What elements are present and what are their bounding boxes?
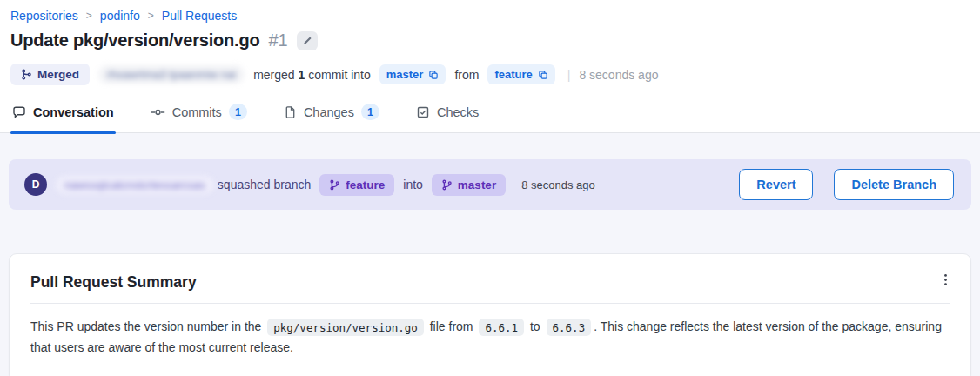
- divider: |: [567, 68, 571, 82]
- target-branch-label: master: [386, 68, 424, 81]
- target-branch-chip[interactable]: master: [379, 64, 446, 84]
- kebab-menu-icon: [939, 273, 952, 286]
- breadcrumb-podinfo[interactable]: podinfo: [100, 9, 140, 23]
- pull-request-summary-card: Pull Request Summary This PR updates the…: [9, 253, 971, 376]
- commit-icon: [151, 105, 165, 119]
- delete-branch-button[interactable]: Delete Branch: [834, 169, 954, 200]
- banner-action-text: squashed branch: [218, 178, 311, 191]
- pencil-icon: [302, 36, 312, 46]
- avatar[interactable]: D: [24, 173, 47, 196]
- merge-result-banner: D nawssqtcatcnstcrtessarcsas squashed br…: [9, 159, 971, 210]
- pr-tabs: Conversation Commits 1 Changes 1 Checks: [0, 102, 980, 133]
- banner-target-branch-label: master: [458, 178, 496, 191]
- revert-button[interactable]: Revert: [739, 169, 813, 200]
- pr-number: #1: [269, 30, 288, 50]
- changes-count-badge: 1: [361, 104, 379, 120]
- merge-action-post: commit into: [308, 68, 371, 82]
- breadcrumb-separator: >: [148, 10, 154, 22]
- code-old-version: 6.6.1: [479, 319, 524, 336]
- source-branch-chip[interactable]: feature: [487, 64, 554, 84]
- status-badge: Merged: [10, 64, 90, 85]
- tab-changes[interactable]: Changes 1: [282, 102, 381, 132]
- banner-author-redacted: nawssqtcatcnstcrtessarcsas: [56, 176, 214, 194]
- git-branch-icon: [329, 179, 340, 191]
- commit-count: 1: [299, 68, 305, 82]
- tab-label: Checks: [437, 105, 479, 119]
- breadcrumb-separator: >: [86, 10, 92, 22]
- copy-icon[interactable]: [428, 70, 439, 80]
- title-row: Update pkg/version/version.go #1: [10, 30, 968, 50]
- body-text: file from: [426, 319, 477, 333]
- tab-label: Conversation: [33, 105, 114, 119]
- into-label: into: [403, 178, 423, 191]
- commits-count-badge: 1: [229, 104, 247, 120]
- content-area: D nawssqtcatcnstcrtessarcsas squashed br…: [0, 133, 980, 376]
- merge-action-text: merged 1 commit into: [253, 68, 371, 82]
- breadcrumb-repositories[interactable]: Repositories: [10, 9, 78, 23]
- checklist-icon: [416, 105, 430, 119]
- merge-timestamp: 8 seconds ago: [579, 68, 658, 82]
- tab-commits[interactable]: Commits 1: [149, 102, 249, 132]
- tab-checks[interactable]: Checks: [414, 102, 480, 132]
- source-branch-label: feature: [494, 68, 532, 81]
- merge-action-pre: merged: [253, 68, 294, 82]
- code-file-path: pkg/version/version.go: [267, 319, 424, 336]
- page-title: Update pkg/version/version.go: [10, 30, 260, 50]
- status-badge-label: Merged: [37, 68, 79, 81]
- banner-source-branch-label: feature: [346, 178, 385, 191]
- copy-icon[interactable]: [538, 70, 548, 80]
- body-text: This PR updates the version number in th…: [30, 319, 265, 333]
- banner-target-branch-pill[interactable]: master: [432, 174, 506, 196]
- card-menu-button[interactable]: [934, 268, 957, 291]
- edit-title-button[interactable]: [297, 31, 318, 50]
- breadcrumb-pull-requests[interactable]: Pull Requests: [162, 9, 237, 23]
- tab-label: Changes: [304, 105, 354, 119]
- body-text: to: [527, 319, 543, 333]
- git-merge-icon: [21, 69, 32, 80]
- tab-label: Commits: [172, 105, 222, 119]
- code-new-version: 6.6.3: [547, 319, 592, 336]
- comment-icon: [12, 105, 26, 119]
- card-body: This PR updates the version number in th…: [30, 317, 950, 359]
- card-title: Pull Request Summary: [30, 273, 950, 304]
- author-name-redacted: rhxawrtma3 tpaanmiw nai: [98, 65, 245, 84]
- breadcrumb: Repositories > podinfo > Pull Requests: [10, 9, 968, 23]
- tab-conversation[interactable]: Conversation: [10, 102, 116, 132]
- from-label: from: [454, 68, 479, 82]
- page-header: Repositories > podinfo > Pull Requests U…: [0, 0, 980, 85]
- file-icon: [284, 105, 297, 119]
- merge-status-row: Merged rhxawrtma3 tpaanmiw nai merged 1 …: [10, 64, 968, 85]
- banner-source-branch-pill[interactable]: feature: [319, 174, 394, 196]
- banner-timestamp: 8 seconds ago: [521, 178, 595, 191]
- git-branch-icon: [441, 179, 453, 191]
